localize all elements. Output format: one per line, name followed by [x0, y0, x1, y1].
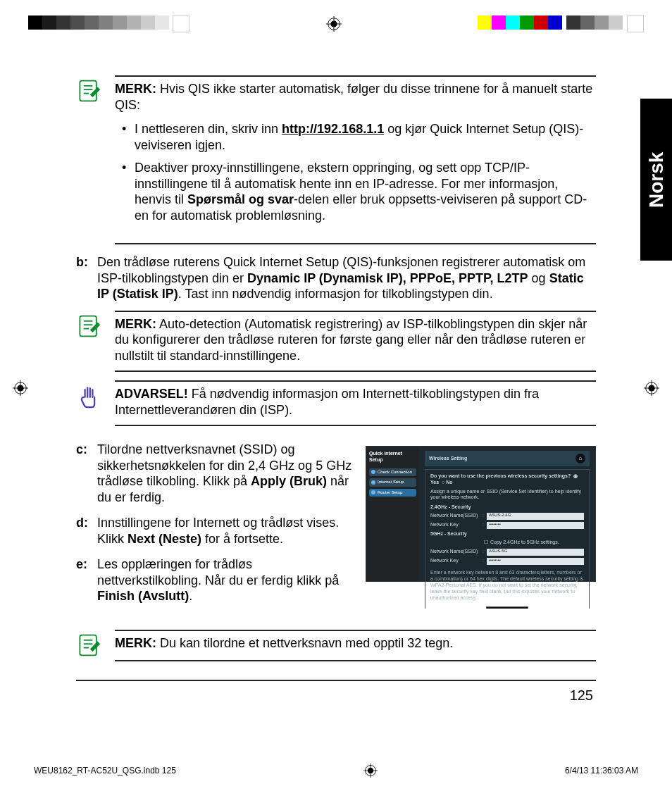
assign-hint: Assign a unique name or SSID (Service Se…	[430, 489, 584, 502]
step-b: b: Den trådløse ruterens Quick Internet …	[76, 254, 596, 302]
note3-text: Du kan tilordne et nettverksnavn med opp…	[160, 636, 453, 650]
note-body-3: MERK: Du kan tilordne et nettverksnavn m…	[115, 630, 596, 662]
note-icon	[76, 630, 115, 662]
warn-label: ADVARSEL!	[115, 387, 188, 401]
grayscale-swatches	[28, 15, 189, 32]
footer-timestamp: 6/4/13 11:36:03 AM	[565, 766, 638, 776]
letter-b: b:	[76, 254, 97, 302]
page-divider	[76, 680, 596, 681]
note2-label: MERK:	[115, 317, 156, 331]
row-key-24: Network Key:••••••••	[430, 522, 584, 529]
note-block-3: MERK: Du kan tilordne et nettverksnavn m…	[76, 630, 596, 662]
key-5-input[interactable]: ••••••••	[487, 558, 584, 565]
warning-block: ADVARSEL! Få nødvendig informasjon om In…	[76, 380, 596, 426]
warning-body: ADVARSEL! Få nødvendig informasjon om In…	[115, 380, 596, 426]
note-block-1: MERK: Hvis QIS ikke starter automatisk, …	[76, 75, 596, 244]
settings-box: Do you want to use the previous wireless…	[425, 469, 590, 609]
browser-url: http://192.168.1.1	[282, 122, 384, 136]
previous-settings-question: Do you want to use the previous wireless…	[430, 473, 584, 486]
step-e: e: Les opplæringen for trådløs nettverks…	[76, 556, 357, 604]
note1-bullet1: I nettleseren din, skriv inn http://192.…	[135, 121, 596, 153]
section-24ghz: 2.4GHz - Security	[430, 504, 584, 511]
step-c: c: Tilordne nettverksnavnet (SSID) og si…	[76, 442, 357, 505]
note-icon	[76, 75, 115, 244]
registration-mark-left	[13, 380, 28, 396]
note-block-2: MERK: Auto-detection (Automatisk registr…	[76, 311, 596, 373]
home-icon[interactable]: ⌂	[575, 454, 585, 463]
apply-button[interactable]: Apply	[486, 606, 528, 609]
note2-text: Auto-detection (Automatisk registrering)…	[115, 317, 587, 363]
step-b-body: Den trådløse ruterens Quick Internet Set…	[97, 254, 596, 302]
registration-mark-top	[326, 16, 342, 32]
ssid-24-input[interactable]: ASUS-2.4G	[487, 513, 584, 520]
color-swatches	[478, 15, 644, 32]
router-sidebar: Quick Internet Setup Check Connection In…	[366, 447, 419, 581]
note-label: MERK:	[115, 82, 156, 96]
note-body-1: MERK: Hvis QIS ikke starter automatisk, …	[115, 75, 596, 244]
step-c-body: Tilordne nettverksnavnet (SSID) og sikke…	[97, 442, 357, 505]
registration-mark-bottom	[363, 763, 378, 778]
sidebar-router-setup[interactable]: Router Setup	[369, 489, 416, 497]
registration-mark-right	[644, 380, 659, 396]
panel-header: Wireless Setting ⌂	[425, 451, 590, 466]
letter-d: d:	[76, 515, 97, 547]
stop-hand-icon	[76, 380, 115, 426]
router-ui-screenshot: Quick Internet Setup Check Connection In…	[366, 446, 596, 582]
note3-label: MERK:	[115, 636, 156, 650]
copy-checkbox-row[interactable]: ☐ Copy 2.4GHz to 5GHz settings.	[430, 540, 584, 547]
sidebar-title: Quick Internet Setup	[366, 451, 419, 466]
footer-filename: WEU8162_RT-AC52U_QSG.indb 125	[34, 766, 176, 776]
help-text: Enter a network key between 8 and 63 cha…	[430, 569, 584, 601]
note-icon	[76, 311, 115, 373]
row-ssid-5: Network Name(SSID):ASUS-5G	[430, 549, 584, 556]
sidebar-check-connection[interactable]: Check Connection	[369, 468, 416, 477]
row-ssid-24: Network Name(SSID):ASUS-2.4G	[430, 513, 584, 520]
note1-list: I nettleseren din, skriv inn http://192.…	[115, 121, 596, 223]
page-content: MERK: Hvis QIS ikke starter automatisk, …	[76, 67, 596, 724]
router-main-panel: Wireless Setting ⌂ Do you want to use th…	[419, 447, 595, 581]
note1-bullet2: Deaktiver proxy-innstillingene, ekstern …	[135, 160, 596, 223]
step-d: d: Innstillingene for Internett og trådl…	[76, 515, 357, 547]
section-5ghz: 5GHz - Security	[430, 531, 584, 537]
language-tab: Norsk	[640, 99, 672, 261]
letter-e: e:	[76, 556, 97, 604]
page-number: 125	[76, 687, 593, 704]
row-key-5: Network Key:••••••••	[430, 558, 584, 565]
sidebar-internet-setup[interactable]: Internet Setup	[369, 478, 416, 487]
note-body-2: MERK: Auto-detection (Automatisk registr…	[115, 311, 596, 373]
ssid-5-input[interactable]: ASUS-5G	[487, 549, 584, 556]
print-footer: WEU8162_RT-AC52U_QSG.indb 125 6/4/13 11:…	[34, 763, 638, 778]
steps-with-figure: Quick Internet Setup Check Connection In…	[76, 442, 596, 609]
printer-color-bar	[28, 15, 644, 32]
key-24-input[interactable]: ••••••••	[487, 522, 584, 529]
letter-c: c:	[76, 442, 97, 505]
step-d-body: Innstillingene for Internett og trådløst…	[97, 515, 357, 547]
note-text: Hvis QIS ikke starter automatisk, følger…	[115, 82, 592, 112]
step-e-body: Les opplæringen for trådløs nettverkstil…	[97, 556, 357, 604]
